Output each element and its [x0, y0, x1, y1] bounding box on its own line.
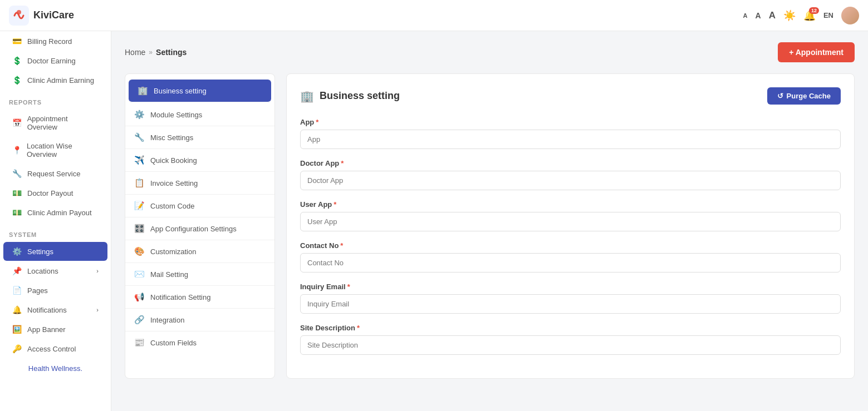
- form-fields: App * Doctor App * User App * Contact No…: [300, 118, 841, 355]
- input-user-app[interactable]: [300, 212, 841, 231]
- main-content: Home » Settings + Appointment 🏢 Business…: [111, 31, 868, 411]
- font-large-btn[interactable]: A: [769, 10, 776, 21]
- menu-label-business-setting: Business setting: [154, 87, 207, 95]
- menu-label-module-settings: Module Settings: [150, 111, 202, 119]
- settings-form: 🏢 Business setting ↺ Purge Cache App * D…: [286, 73, 855, 379]
- input-inquiry-email[interactable]: [300, 294, 841, 314]
- notification-icon[interactable]: 🔔 12: [803, 9, 816, 22]
- label-doctor-app: Doctor App *: [300, 159, 841, 167]
- form-group-app: App *: [300, 118, 841, 149]
- sidebar-item-clinic-admin-payout[interactable]: 💵 Clinic Admin Payout: [3, 203, 107, 222]
- appointment-button[interactable]: + Appointment: [778, 42, 855, 62]
- appointment-overview-icon: 📅: [12, 118, 22, 127]
- settings-menu: 🏢 Business setting ⚙️ Module Settings 🔧 …: [125, 73, 275, 379]
- menu-item-integration[interactable]: 🔗 Integration: [125, 309, 274, 331]
- appointment-button-label: + Appointment: [789, 48, 844, 57]
- menu-label-quick-booking: Quick Booking: [150, 156, 197, 165]
- sidebar-item-doctor-earning[interactable]: 💲 Doctor Earning: [3, 51, 107, 70]
- menu-item-notification-setting[interactable]: 📢 Notification Setting: [125, 286, 274, 309]
- input-doctor-app[interactable]: [300, 171, 841, 190]
- menu-item-app-configuration-settings[interactable]: 🎛️ App Configuration Settings: [125, 217, 274, 240]
- sidebar-item-locations[interactable]: 📌 Locations ›: [3, 261, 107, 280]
- sidebar-item-settings[interactable]: ⚙️ Settings: [3, 242, 107, 261]
- doctor-earning-icon: 💲: [12, 56, 22, 65]
- menu-item-misc-settings[interactable]: 🔧 Misc Settings: [125, 126, 274, 149]
- label-app: App *: [300, 118, 841, 126]
- settings-title-text: Business setting: [320, 90, 400, 102]
- menu-label-notification-setting: Notification Setting: [150, 293, 210, 301]
- sidebar-item-app-banner[interactable]: 🖼️ App Banner: [3, 320, 107, 339]
- custom-code-menu-icon: 📝: [134, 201, 145, 211]
- locations-icon: 📌: [12, 266, 22, 275]
- access-control-icon: 🔑: [12, 344, 22, 353]
- sidebar: 💳 Billing Record 💲 Doctor Earning 💲 Clin…: [0, 31, 111, 411]
- input-app[interactable]: [300, 130, 841, 149]
- clinic-admin-earning-icon: 💲: [12, 76, 22, 85]
- form-group-site-description: Site Description *: [300, 324, 841, 355]
- font-small-btn[interactable]: A: [743, 12, 748, 19]
- sidebar-item-notifications[interactable]: 🔔 Notifications ›: [3, 300, 107, 319]
- menu-item-mail-setting[interactable]: ✉️ Mail Setting: [125, 263, 274, 286]
- form-group-inquiry-email: Inquiry Email *: [300, 283, 841, 314]
- location-wise-overview-icon: 📍: [12, 146, 21, 155]
- sidebar-item-billing-record[interactable]: 💳 Billing Record: [3, 32, 107, 51]
- language-selector[interactable]: EN: [823, 11, 833, 19]
- sidebar-label-access-control: Access Control: [27, 345, 76, 353]
- breadcrumb-home[interactable]: Home: [125, 48, 145, 57]
- menu-label-mail-setting: Mail Setting: [150, 270, 188, 279]
- logo-text: KiviCare: [33, 9, 74, 21]
- menu-item-business-setting[interactable]: 🏢 Business setting: [129, 80, 271, 102]
- invoice-setting-menu-icon: 📋: [134, 178, 145, 188]
- footer-link[interactable]: Health Wellness.: [0, 359, 111, 378]
- required-star-site-description: *: [357, 324, 360, 332]
- business-setting-menu-icon: 🏢: [138, 86, 148, 96]
- sidebar-item-doctor-payout[interactable]: 💵 Doctor Payout: [3, 184, 107, 202]
- menu-item-customization[interactable]: 🎨 Customization: [125, 240, 274, 263]
- misc-settings-menu-icon: 🔧: [134, 132, 145, 142]
- label-user-app: User App *: [300, 200, 841, 209]
- sidebar-label-locations: Locations: [27, 267, 58, 275]
- form-group-user-app: User App *: [300, 200, 841, 231]
- theme-toggle-icon[interactable]: ☀️: [783, 9, 796, 22]
- required-star-contact-no: *: [340, 241, 343, 250]
- settings-icon: ⚙️: [12, 247, 22, 256]
- customization-menu-icon: 🎨: [134, 246, 145, 256]
- app-banner-icon: 🖼️: [12, 325, 22, 334]
- sidebar-item-request-service[interactable]: 🔧 Request Service: [3, 164, 107, 183]
- menu-item-module-settings[interactable]: ⚙️ Module Settings: [125, 103, 274, 126]
- sidebar-item-access-control[interactable]: 🔑 Access Control: [3, 339, 107, 358]
- sidebar-label-notifications: Notifications: [27, 306, 67, 314]
- sidebar-item-location-wise-overview[interactable]: 📍 Location Wise Overview: [3, 137, 107, 164]
- sidebar-label-appointment-overview: Appointment Overview: [27, 115, 99, 131]
- sidebar-item-appointment-overview[interactable]: 📅 Appointment Overview: [3, 110, 107, 136]
- breadcrumb: Home » Settings: [125, 48, 187, 57]
- breadcrumb-current: Settings: [156, 48, 187, 57]
- user-avatar[interactable]: [841, 7, 859, 24]
- menu-item-custom-fields[interactable]: 📰 Custom Fields: [125, 331, 274, 354]
- purge-cache-label: Purge Cache: [787, 92, 831, 100]
- purge-cache-button[interactable]: ↺ Purge Cache: [767, 87, 841, 105]
- form-group-contact-no: Contact No *: [300, 241, 841, 273]
- menu-item-custom-code[interactable]: 📝 Custom Code: [125, 195, 274, 217]
- menu-item-quick-booking[interactable]: ✈️ Quick Booking: [125, 149, 274, 172]
- integration-menu-icon: 🔗: [134, 315, 145, 325]
- menu-item-invoice-setting[interactable]: 📋 Invoice Setting: [125, 172, 274, 195]
- required-star-inquiry-email: *: [347, 283, 350, 291]
- sidebar-label-doctor-payout: Doctor Payout: [27, 189, 73, 197]
- sidebar-item-clinic-admin-earning[interactable]: 💲 Clinic Admin Earning: [3, 71, 107, 90]
- input-contact-no[interactable]: [300, 253, 841, 273]
- notifications-icon: 🔔: [12, 305, 22, 314]
- app-configuration-settings-menu-icon: 🎛️: [134, 224, 145, 234]
- purge-icon: ↺: [777, 92, 783, 100]
- logo[interactable]: KiviCare: [9, 6, 74, 26]
- font-medium-btn[interactable]: A: [756, 11, 761, 20]
- required-star-user-app: *: [334, 200, 336, 209]
- sidebar-label-request-service: Request Service: [27, 170, 80, 178]
- input-site-description[interactable]: [300, 335, 841, 355]
- module-settings-menu-icon: ⚙️: [134, 110, 145, 120]
- clinic-admin-payout-icon: 💵: [12, 208, 22, 217]
- sidebar-item-pages[interactable]: 📄 Pages: [3, 281, 107, 300]
- menu-label-app-configuration-settings: App Configuration Settings: [150, 225, 237, 233]
- sidebar-label-settings: Settings: [27, 247, 53, 256]
- label-contact-no: Contact No *: [300, 241, 841, 250]
